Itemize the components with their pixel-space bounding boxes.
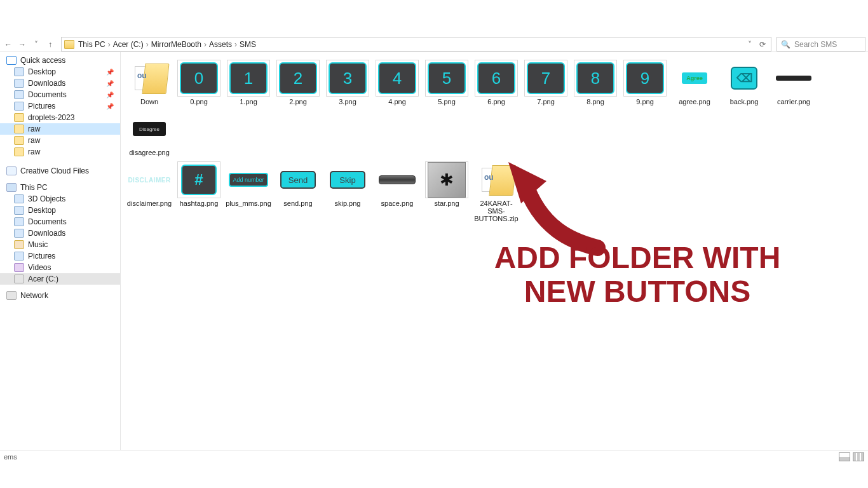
tree-item[interactable]: droplets-2023 [0, 112, 120, 123]
file-item[interactable]: 22.png [273, 60, 323, 105]
file-item[interactable]: Disagreedisagree.png [125, 111, 174, 156]
file-item[interactable]: carrier.png [769, 60, 818, 105]
nav-recent-button[interactable]: ˅ [31, 39, 42, 50]
tree-item[interactable]: 3D Objects [0, 193, 120, 205]
tree-creative-cloud[interactable]: Creative Cloud Files [0, 165, 120, 177]
chevron-right-icon: › [234, 40, 237, 49]
folder-icon [14, 90, 24, 99]
tree-item[interactable]: raw [0, 135, 120, 146]
breadcrumb-segment[interactable]: Assets › [209, 40, 240, 49]
folder-icon [14, 136, 24, 145]
view-details-button[interactable] [839, 452, 850, 461]
tree-label: Pictures [28, 252, 55, 261]
file-item[interactable]: 88.png [571, 60, 620, 105]
file-label: send.png [283, 200, 312, 207]
search-placeholder: Search SMS [794, 40, 837, 49]
file-item[interactable]: Agreeagree.png [670, 60, 719, 105]
breadcrumb-label: MirrorMeBooth [151, 40, 201, 49]
agree-button-icon: Agree [682, 72, 707, 84]
folder-icon [14, 206, 24, 215]
breadcrumb-segment[interactable]: Acer (C:) › [113, 40, 151, 49]
file-item[interactable]: 55.png [422, 60, 471, 105]
file-item[interactable]: space.png [372, 161, 422, 222]
tree-label: raw [28, 147, 40, 156]
file-label: 5.png [438, 98, 456, 105]
tree-this-pc[interactable]: This PC [0, 182, 120, 193]
breadcrumb-segment[interactable]: This PC › [78, 40, 113, 49]
breadcrumb-label: SMS [240, 40, 256, 49]
tree-item[interactable]: Acer (C:) [0, 273, 120, 285]
tree-label: Videos [28, 263, 51, 272]
file-item[interactable]: Skipskip.png [323, 161, 372, 222]
file-item[interactable]: ⌫back.png [719, 60, 769, 105]
tree-label: Pictures [28, 102, 55, 111]
tree-quick-access[interactable]: Quick access [0, 55, 120, 66]
tree-item[interactable]: Documents📌 [0, 89, 120, 100]
refresh-button[interactable]: ⟳ [757, 40, 768, 49]
tree-label: 3D Objects [28, 194, 65, 203]
file-item[interactable]: 11.png [224, 60, 273, 105]
file-label: hashtag.png [180, 200, 219, 207]
cloud-icon [6, 166, 17, 175]
tree-item[interactable]: raw [0, 123, 120, 135]
search-input[interactable]: 🔍 Search SMS [776, 37, 865, 51]
tree-item[interactable]: Downloads📌 [0, 78, 120, 89]
folder-icon [14, 240, 24, 249]
tree-item[interactable]: Videos [0, 262, 120, 273]
tree-item[interactable]: Desktop [0, 205, 120, 216]
file-item[interactable]: Sendsend.png [273, 161, 323, 222]
breadcrumb-bar[interactable]: This PC › Acer (C:) › MirrorMeBooth › As… [61, 37, 771, 51]
folder-icon [14, 79, 24, 88]
number-key-icon: 6 [477, 62, 515, 94]
nav-forward-button[interactable]: → [17, 39, 28, 50]
tree-label: Creative Cloud Files [20, 166, 89, 175]
tree-network[interactable]: Network [0, 290, 120, 301]
file-item[interactable]: 44.png [372, 60, 422, 105]
file-label: space.png [381, 200, 414, 207]
file-item[interactable]: 99.png [620, 60, 670, 105]
file-item[interactable]: 77.png [521, 60, 571, 105]
tree-item[interactable]: Documents [0, 216, 120, 227]
tree-label: Network [20, 291, 48, 300]
file-item[interactable]: #hashtag.png [174, 161, 224, 222]
skip-button-icon: Skip [330, 171, 365, 189]
file-label: 1.png [240, 98, 257, 105]
annotation-line: NEW BUTTONS [419, 275, 855, 309]
file-item[interactable]: 33.png [323, 60, 372, 105]
space-bar-icon [379, 175, 416, 184]
tree-label: This PC [20, 183, 48, 192]
nav-back-button[interactable]: ← [3, 39, 14, 50]
file-label: 3.png [339, 98, 356, 105]
file-item[interactable]: Add numberplus_mms.png [224, 161, 273, 222]
view-thumbnails-button[interactable] [853, 452, 864, 461]
tree-item[interactable]: Pictures📌 [0, 100, 120, 112]
breadcrumb-label: This PC [78, 40, 105, 49]
disclaimer-text-icon: DISCLAIMER [128, 177, 170, 184]
tree-label: droplets-2023 [28, 113, 74, 122]
tree-item[interactable]: Downloads [0, 227, 120, 239]
file-item[interactable]: ✱star.png [422, 161, 471, 222]
tree-item[interactable]: Desktop📌 [0, 66, 120, 78]
number-key-icon: 3 [329, 62, 367, 94]
file-item[interactable]: DISCLAIMERdisclaimer.png [125, 161, 174, 222]
file-label: carrier.png [777, 98, 810, 105]
tree-item[interactable]: Pictures [0, 250, 120, 262]
tree-item[interactable]: raw [0, 146, 120, 158]
breadcrumb-label: Acer (C:) [113, 40, 144, 49]
tree-item[interactable]: Music [0, 239, 120, 250]
number-key-icon: 2 [279, 62, 317, 94]
chevron-right-icon: › [108, 40, 111, 49]
file-item[interactable]: 66.png [471, 60, 521, 105]
folder-icon [14, 102, 24, 111]
file-label: Down [140, 98, 158, 105]
breadcrumb-dropdown[interactable]: ˅ [748, 40, 752, 49]
nav-up-button[interactable]: ↑ [44, 39, 56, 50]
svg-marker-0 [508, 162, 546, 203]
breadcrumb-segment[interactable]: SMS [240, 40, 256, 49]
folder-icon [14, 274, 24, 283]
breadcrumb-segment[interactable]: MirrorMeBooth › [151, 40, 209, 49]
file-item[interactable]: 00.png [174, 60, 224, 105]
file-label: 8.png [587, 98, 604, 105]
file-item[interactable]: ouDown [125, 60, 174, 105]
folder-icon [14, 229, 24, 238]
